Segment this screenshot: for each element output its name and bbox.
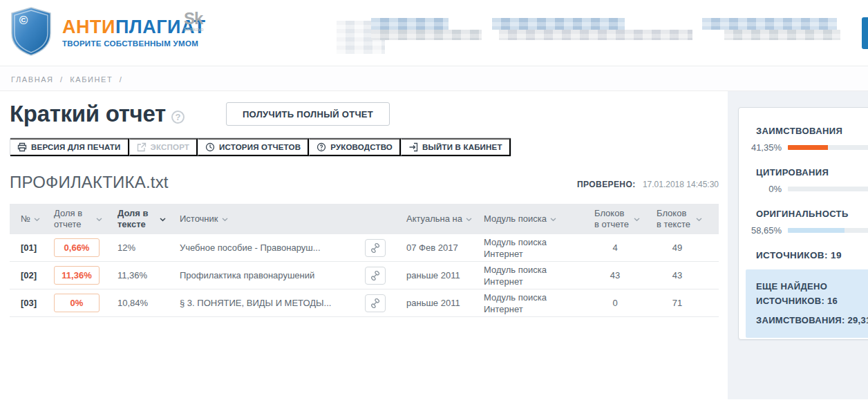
more-found-box: ЕЩЕ НАЙДЕНО ИСТОЧНИКОВ: 16 ЗАИМСТВОВАНИЯ… <box>746 269 868 338</box>
censored-block <box>492 18 625 30</box>
more-found-borrowings: ЗАИМСТВОВАНИЯ: 29,31% <box>756 313 868 327</box>
blocks-in-text: 43 <box>657 270 698 280</box>
actual-on-date: раньше 2011 <box>406 270 484 280</box>
metric-borrowings: ЗАИМСТВОВАНИЯ 41,35% <box>739 126 868 153</box>
svg-text:©: © <box>19 14 28 27</box>
metric-originality: ОРИГИНАЛЬНОСТЬ 58,65% <box>739 209 868 236</box>
source-link-button[interactable] <box>365 294 386 312</box>
search-module: Модуль поиска Интернет <box>484 292 567 315</box>
summary-card: ЗАИМСТВОВАНИЯ 41,35% ЦИТИРОВАНИЯ 0% ОРИГ… <box>738 107 868 340</box>
link-icon <box>370 243 380 253</box>
checked-status: ПРОВЕРЕНО: 17.01.2018 14:45:30 <box>577 180 719 192</box>
metric-label: ЦИТИРОВАНИЯ <box>739 167 868 178</box>
blocks-in-report: 43 <box>594 270 636 280</box>
exit-icon <box>408 142 418 152</box>
main-area: Краткий отчет ? ПОЛУЧИТЬ ПОЛНЫЙ ОТЧЕТ ВЕ… <box>0 91 868 399</box>
metric-label: ОРИГИНАЛЬНОСТЬ <box>739 209 868 219</box>
chevron-down-icon <box>34 218 40 222</box>
document-name: ПРОФИЛАКТИКА.txt <box>10 173 169 192</box>
page-title: Краткий отчет <box>10 101 166 127</box>
chevron-down-icon <box>696 218 702 222</box>
checked-timestamp: 17.01.2018 14:45:30 <box>643 180 719 189</box>
metric-value: 41,35% <box>750 142 782 153</box>
censored-block <box>499 30 692 40</box>
edge-panel-button[interactable] <box>862 17 868 49</box>
censored-block <box>702 18 837 30</box>
search-module: Модуль поиска Интернет <box>484 236 567 260</box>
censored-block <box>371 30 482 40</box>
chevron-down-icon <box>550 218 556 222</box>
header-link-spacer <box>365 215 406 223</box>
sources-count: ИСТОЧНИКОВ: 19 <box>739 250 868 260</box>
header-blocks-report[interactable]: Блоков в отчете <box>594 204 657 234</box>
censored-block <box>371 18 449 30</box>
metric-citations: ЦИТИРОВАНИЯ 0% <box>739 167 868 194</box>
share-in-text: 12% <box>117 242 180 253</box>
printer-icon <box>17 142 27 152</box>
metric-value: 0% <box>750 184 782 194</box>
source-title[interactable]: Профилактика правонарушений <box>180 270 365 280</box>
header-search-module[interactable]: Модуль поиска <box>484 209 594 229</box>
report-history-button[interactable]: ИСТОРИЯ ОТЧЕТОВ <box>198 138 309 156</box>
source-index: [01] <box>10 242 54 253</box>
source-index: [02] <box>10 270 54 280</box>
table-row: [02] 11,36% 11,36% Профилактика правонар… <box>10 262 719 289</box>
print-version-button[interactable]: ВЕРСИЯ ДЛЯ ПЕЧАТИ <box>10 138 129 156</box>
source-index: [03] <box>10 298 54 308</box>
exit-to-cabinet-button[interactable]: ВЫЙТИ В КАБИНЕТ <box>401 138 511 156</box>
export-icon <box>137 142 147 152</box>
source-link-button[interactable] <box>365 239 386 257</box>
breadcrumb: ГЛАВНАЯ / КАБИНЕТ / <box>0 66 868 91</box>
breadcrumb-separator: / <box>120 75 123 84</box>
source-title[interactable]: Учебное пособие - Правонаруш... <box>180 242 365 253</box>
table-row: [01] 0,66% 12% Учебное пособие - Правона… <box>10 234 719 262</box>
share-in-report-badge[interactable]: 11,36% <box>54 266 100 285</box>
blocks-in-report: 4 <box>594 242 636 253</box>
sources-table: № Доля в отчете Доля в тексте Источник А… <box>10 204 719 317</box>
get-full-report-button[interactable]: ПОЛУЧИТЬ ПОЛНЫЙ ОТЧЕТ <box>226 102 390 126</box>
header-source[interactable]: Источник <box>180 209 365 229</box>
censored-block <box>724 30 840 40</box>
source-title[interactable]: § 3. ПОНЯТИЕ, ВИДЫ И МЕТОДЫ... <box>180 298 365 308</box>
app-header: © АНТИПЛАГИАТ ТВОРИТЕ СОБСТВЕННЫМ УМОМ S… <box>0 0 868 66</box>
report-toolbar: ВЕРСИЯ ДЛЯ ПЕЧАТИ ЭКСПОРТ ИСТОРИЯ ОТЧЕТО… <box>10 137 511 157</box>
blocks-in-report: 0 <box>594 298 636 308</box>
breadcrumb-home[interactable]: ГЛАВНАЯ <box>11 75 54 84</box>
borrowings-bar <box>788 145 868 150</box>
more-found-sources: ИСТОЧНИКОВ: 16 <box>756 294 868 308</box>
header-actual-on[interactable]: Актуальна на <box>406 209 484 229</box>
table-row: [03] 0% 10,84% § 3. ПОНЯТИЕ, ВИДЫ И МЕТО… <box>10 289 719 317</box>
question-circle-icon <box>317 142 326 152</box>
antiplagiat-logo[interactable]: © АНТИПЛАГИАТ ТВОРИТЕ СОБСТВЕННЫМ УМОМ <box>10 7 206 57</box>
chevron-down-icon <box>466 218 472 222</box>
header-blocks-text[interactable]: Блоков в тексте <box>657 204 719 234</box>
metric-label: ЗАИМСТВОВАНИЯ <box>739 126 868 136</box>
header-share-report[interactable]: Доля в отчете <box>54 204 117 234</box>
guide-button[interactable]: РУКОВОДСТВО <box>309 138 401 156</box>
report-content: Краткий отчет ? ПОЛУЧИТЬ ПОЛНЫЙ ОТЧЕТ ВЕ… <box>0 91 719 317</box>
blocks-in-text: 49 <box>657 242 698 253</box>
actual-on-date: 07 Фев 2017 <box>406 242 484 253</box>
clock-icon <box>205 142 215 152</box>
title-help-icon[interactable]: ? <box>171 111 185 124</box>
summary-sidebar: ЗАИМСТВОВАНИЯ 41,35% ЦИТИРОВАНИЯ 0% ОРИГ… <box>728 91 868 399</box>
chevron-down-icon <box>96 218 102 222</box>
citations-bar <box>788 187 868 191</box>
chevron-down-icon <box>160 218 166 222</box>
header-num[interactable]: № <box>10 209 54 229</box>
share-in-report-badge[interactable]: 0,66% <box>54 238 100 257</box>
header-share-text[interactable]: Доля в тексте <box>117 204 180 234</box>
export-button: ЭКСПОРТ <box>129 138 198 156</box>
skolkovo-logo: Sk Skolkovo <box>184 11 203 32</box>
brand-name-part1: АНТИ <box>62 17 115 37</box>
share-in-text: 11,36% <box>117 270 180 280</box>
share-in-text: 10,84% <box>117 298 180 308</box>
chevron-down-icon <box>222 218 228 222</box>
search-module: Модуль поиска Интернет <box>484 264 567 287</box>
share-in-report-badge[interactable]: 0% <box>54 294 100 312</box>
link-icon <box>370 298 380 308</box>
blocks-in-text: 71 <box>657 298 698 308</box>
breadcrumb-cabinet[interactable]: КАБИНЕТ <box>70 75 113 84</box>
actual-on-date: раньше 2011 <box>406 298 484 308</box>
source-link-button[interactable] <box>365 267 386 285</box>
